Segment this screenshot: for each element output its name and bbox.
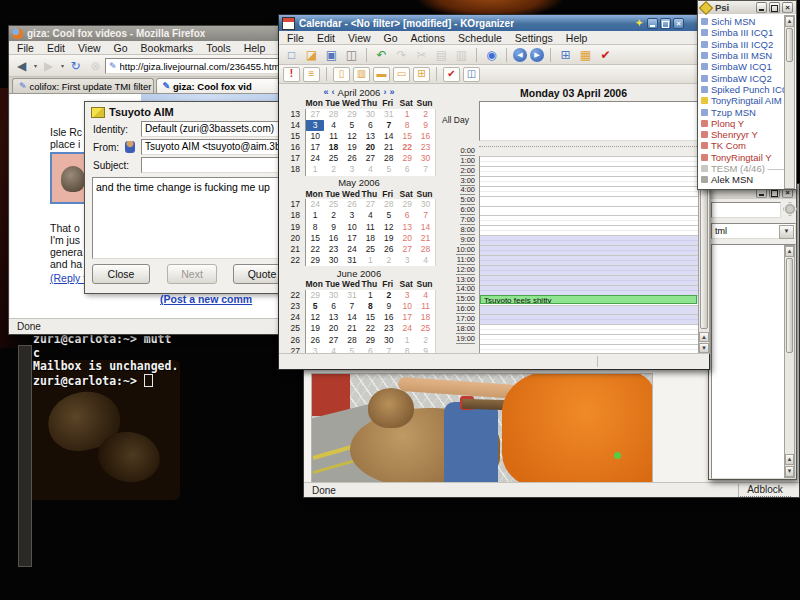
- menu-edit[interactable]: Edit: [47, 42, 65, 54]
- day-cell[interactable]: 25: [361, 244, 379, 255]
- day-cell[interactable]: 10: [343, 222, 361, 233]
- day-cell[interactable]: 1: [361, 255, 379, 266]
- day-cell[interactable]: 21: [343, 323, 361, 334]
- agenda-row[interactable]: [480, 245, 699, 255]
- day-cell[interactable]: 16: [416, 131, 435, 142]
- day-cell[interactable]: 1: [398, 109, 416, 120]
- day-cell[interactable]: 6: [361, 120, 379, 131]
- allday-box[interactable]: [479, 101, 703, 141]
- day-cell[interactable]: 30: [361, 109, 379, 120]
- compose-body[interactable]: and the time change is fucking me up: [92, 177, 289, 259]
- forward-dropdown-icon[interactable]: ▾: [61, 62, 64, 69]
- day-view-icon[interactable]: ▯: [333, 67, 350, 82]
- back-dropdown-icon[interactable]: ▾: [34, 62, 37, 69]
- agenda-row[interactable]: [480, 235, 699, 245]
- paste-icon[interactable]: ▥: [453, 47, 470, 63]
- day-cell[interactable]: 31: [343, 290, 361, 301]
- day-cell[interactable]: 3: [398, 255, 416, 266]
- agenda-row[interactable]: [480, 334, 699, 344]
- psi-scrollbar[interactable]: ▲: [784, 15, 795, 189]
- day-cell[interactable]: 19: [343, 142, 361, 153]
- reply-link[interactable]: (Reply t: [50, 272, 86, 284]
- day-cell[interactable]: 15: [361, 312, 379, 323]
- menu-go[interactable]: Go: [384, 32, 398, 44]
- day-cell[interactable]: 4: [416, 290, 435, 301]
- next-year-icon[interactable]: »: [389, 87, 394, 97]
- day-cell[interactable]: 24: [305, 199, 324, 210]
- menu-view[interactable]: View: [348, 32, 371, 44]
- day-cell[interactable]: 28: [380, 199, 398, 210]
- menu-tools[interactable]: Tools: [206, 42, 231, 54]
- roster-item[interactable]: SimbaW ICQ2: [701, 72, 784, 83]
- day-cell[interactable]: 20: [361, 142, 379, 153]
- post-new-comment-link[interactable]: (Post a new comm: [160, 293, 252, 305]
- roster-item[interactable]: Simba III ICQ1: [701, 27, 784, 38]
- close-icon[interactable]: ×: [673, 18, 684, 29]
- scroll-up-icon[interactable]: ▲: [785, 454, 794, 465]
- day-cell[interactable]: 13: [324, 312, 342, 323]
- menu-settings[interactable]: Settings: [515, 32, 553, 44]
- roster-item[interactable]: TonyRingtail AIM: [701, 95, 784, 106]
- day-cell[interactable]: 1: [305, 210, 324, 221]
- menu-go[interactable]: Go: [114, 42, 128, 54]
- undo-icon[interactable]: ↶: [373, 47, 390, 63]
- day-cell[interactable]: 24: [305, 153, 324, 164]
- day-cell[interactable]: 29: [398, 199, 416, 210]
- day-cell[interactable]: 23: [324, 244, 342, 255]
- day-cell[interactable]: 22: [398, 142, 416, 153]
- next-button[interactable]: Next: [167, 264, 217, 284]
- menu-file[interactable]: File: [287, 32, 304, 44]
- roster-item[interactable]: Simba III ICQ2: [701, 39, 784, 50]
- day-cell[interactable]: 28: [380, 153, 398, 164]
- day-cell[interactable]: 30: [416, 199, 435, 210]
- day-cell[interactable]: 20: [324, 323, 342, 334]
- day-cell[interactable]: 4: [324, 120, 342, 131]
- day-cell[interactable]: 21: [416, 233, 435, 244]
- day-cell[interactable]: 25: [324, 153, 342, 164]
- day-cell[interactable]: 26: [305, 335, 324, 346]
- calendar-event[interactable]: Tsuyoto feels shitty: [480, 295, 697, 305]
- day-cell[interactable]: 30: [416, 153, 435, 164]
- journal-view-icon[interactable]: !: [283, 67, 300, 82]
- menu-help[interactable]: Help: [566, 32, 588, 44]
- url-bar[interactable]: ✎ http://giza.livejournal.com/236455.htm: [105, 58, 306, 74]
- agenda-row[interactable]: [480, 314, 699, 324]
- day-cell[interactable]: 31: [380, 109, 398, 120]
- day-cell[interactable]: 5: [305, 301, 324, 312]
- forward-icon[interactable]: ▶: [40, 58, 57, 74]
- roster-item[interactable]: SimbaW ICQ1: [701, 61, 784, 72]
- day-cell[interactable]: 14: [416, 222, 435, 233]
- open-icon[interactable]: ◪: [303, 47, 320, 63]
- day-cell[interactable]: 13: [361, 131, 379, 142]
- day-cell[interactable]: 27: [398, 244, 416, 255]
- agenda-row[interactable]: [480, 324, 699, 334]
- next-month-icon[interactable]: ›: [383, 87, 386, 97]
- agenda-row[interactable]: [480, 156, 699, 166]
- day-cell[interactable]: 1: [305, 164, 324, 175]
- day-cell[interactable]: 10: [398, 301, 416, 312]
- roster-item[interactable]: TESM (4/46) ———: [701, 163, 784, 174]
- whats-next-view-icon[interactable]: ⊞: [557, 47, 574, 63]
- month-view-icon[interactable]: ⊞: [413, 67, 430, 82]
- day-cell[interactable]: 9: [416, 120, 435, 131]
- minimize-icon[interactable]: [647, 18, 658, 29]
- day-cell[interactable]: 30: [324, 255, 342, 266]
- day-cell[interactable]: 31: [343, 255, 361, 266]
- roster-item[interactable]: TonyRingtail Y: [701, 152, 784, 163]
- roster-item[interactable]: Plonq Y: [701, 118, 784, 129]
- day-cell[interactable]: 5: [343, 120, 361, 131]
- day-cell[interactable]: 15: [398, 131, 416, 142]
- stop-icon[interactable]: ⊗: [87, 58, 104, 74]
- day-cell[interactable]: 5: [380, 210, 398, 221]
- sticky-icon[interactable]: ✦: [635, 18, 643, 28]
- menu-file[interactable]: File: [17, 42, 34, 54]
- agenda-row[interactable]: [480, 196, 699, 206]
- day-cell[interactable]: 29: [305, 255, 324, 266]
- scroll-up-icon[interactable]: ▲: [785, 16, 794, 27]
- day-cell[interactable]: 15: [305, 233, 324, 244]
- find-icon[interactable]: ◉: [483, 47, 500, 63]
- day-cell[interactable]: 23: [416, 142, 435, 153]
- reload-icon[interactable]: ↻: [67, 58, 84, 74]
- day-cell[interactable]: 27: [305, 109, 324, 120]
- day-cell[interactable]: 28: [343, 335, 361, 346]
